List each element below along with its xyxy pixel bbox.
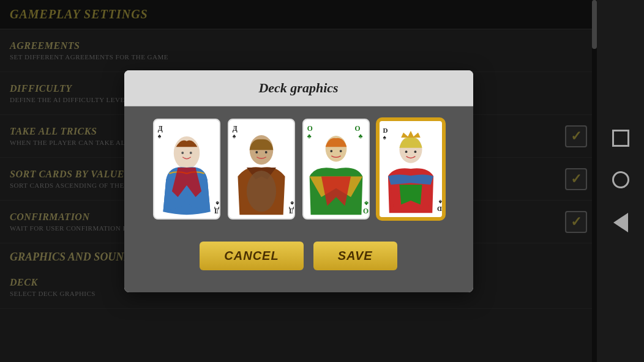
svg-point-25 xyxy=(339,150,342,152)
deck-card-1[interactable]: Д ♠ Д xyxy=(153,119,220,220)
modal-buttons: Cancel Save xyxy=(137,232,461,280)
svg-text:♠: ♠ xyxy=(215,200,219,207)
svg-point-33 xyxy=(414,150,416,153)
home-button[interactable] xyxy=(612,171,629,188)
svg-text:♣: ♣ xyxy=(364,200,369,207)
svg-text:Д: Д xyxy=(289,206,294,214)
svg-point-24 xyxy=(330,150,332,152)
deck-graphics-modal: Deck graphics Д ♠ xyxy=(124,70,473,292)
android-nav-bar xyxy=(597,0,644,362)
svg-text:♠: ♠ xyxy=(290,200,294,207)
modal-body: Д ♠ Д xyxy=(124,106,473,292)
svg-text:♣: ♣ xyxy=(358,132,362,139)
svg-text:Д: Д xyxy=(157,125,162,133)
deck-card-4[interactable]: D ♠ D xyxy=(377,119,444,220)
svg-text:♠: ♠ xyxy=(232,132,236,139)
svg-point-15 xyxy=(246,170,275,211)
svg-text:Д: Д xyxy=(214,206,219,214)
svg-point-13 xyxy=(255,151,258,153)
svg-text:D: D xyxy=(436,205,441,213)
svg-text:D: D xyxy=(383,126,388,133)
svg-text:О: О xyxy=(307,125,312,133)
svg-text:О: О xyxy=(354,125,360,133)
cards-container: Д ♠ Д xyxy=(137,119,461,220)
modal-header: Deck graphics xyxy=(124,70,473,106)
recent-apps-button[interactable] xyxy=(612,130,629,147)
svg-text:♣: ♣ xyxy=(307,132,311,139)
deck-card-2[interactable]: Д ♠ Д ♠ xyxy=(228,119,295,220)
svg-point-32 xyxy=(405,150,407,153)
svg-point-5 xyxy=(181,152,184,154)
svg-text:О: О xyxy=(363,206,369,214)
svg-text:Д: Д xyxy=(232,125,237,133)
svg-point-6 xyxy=(189,152,192,154)
svg-text:♠: ♠ xyxy=(157,132,161,139)
save-button[interactable]: Save xyxy=(313,242,397,270)
svg-point-14 xyxy=(264,151,267,153)
settings-panel: Gameplay settings Agreements Set differe… xyxy=(0,0,597,362)
modal-title: Deck graphics xyxy=(258,80,338,95)
cancel-button[interactable]: Cancel xyxy=(200,242,303,270)
back-button[interactable] xyxy=(613,213,628,232)
modal-overlay: Deck graphics Д ♠ xyxy=(0,0,597,362)
deck-card-3[interactable]: О ♣ О ♣ О xyxy=(302,119,370,220)
svg-text:♠: ♠ xyxy=(383,133,386,140)
svg-text:♠: ♠ xyxy=(438,199,442,205)
